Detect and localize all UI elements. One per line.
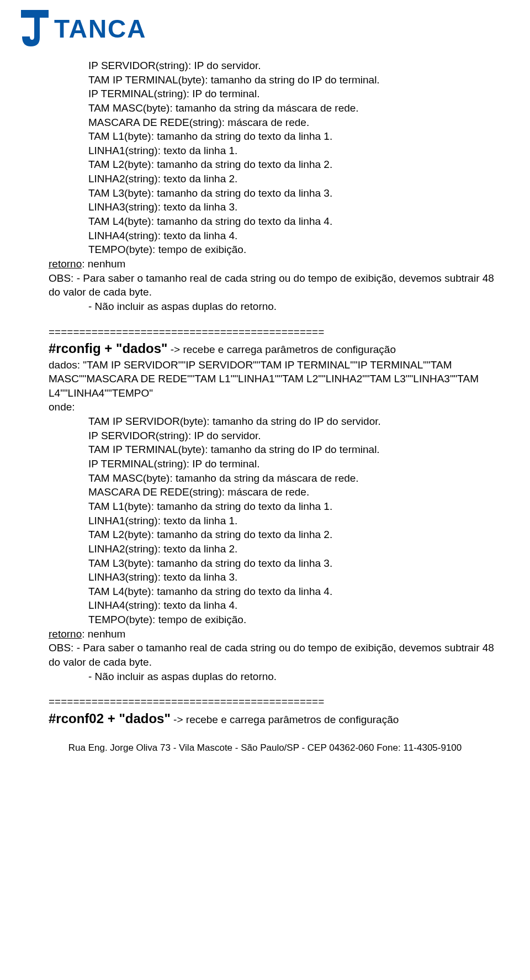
retorno-label: retorno bbox=[49, 628, 82, 640]
param-line: TAM MASC(byte): tamanho da string da más… bbox=[49, 101, 495, 115]
param-line: MASCARA DE REDE(string): máscara de rede… bbox=[49, 115, 495, 130]
param-line: LINHA2(string): texto da linha 2. bbox=[49, 172, 495, 186]
obs-line: OBS: - Para saber o tamanho real de cada… bbox=[49, 271, 495, 299]
command-line: #rconf02 + "dados" -> recebe e carrega p… bbox=[49, 710, 495, 728]
logo-text: TANCA bbox=[54, 12, 147, 46]
param-line: IP TERMINAL(string): IP do terminal. bbox=[49, 457, 495, 471]
param-line: TAM L3(byte): tamanho da string do texto… bbox=[49, 556, 495, 571]
param-line: TAM L1(byte): tamanho da string do texto… bbox=[49, 499, 495, 514]
param-line: TAM IP TERMINAL(byte): tamanho da string… bbox=[49, 73, 495, 87]
param-line: IP TERMINAL(string): IP do terminal. bbox=[49, 87, 495, 101]
param-line: TAM L1(byte): tamanho da string do texto… bbox=[49, 129, 495, 144]
param-line: TAM L3(byte): tamanho da string do texto… bbox=[49, 186, 495, 201]
param-line: LINHA3(string): texto da linha 3. bbox=[49, 200, 495, 214]
obs-line: OBS: - Para saber o tamanho real de cada… bbox=[49, 641, 495, 669]
command-desc: -> recebe e carrega parâmetros de config… bbox=[167, 344, 395, 355]
param-line: TAM MASC(byte): tamanho da string da más… bbox=[49, 471, 495, 486]
command-name: #rconf02 + "dados" bbox=[49, 711, 171, 726]
command-desc: -> recebe e carrega parâmetros de config… bbox=[171, 714, 399, 725]
obs-line: - Não incluir as aspas duplas do retorno… bbox=[49, 299, 495, 314]
onde-label: onde: bbox=[49, 400, 495, 414]
param-line: LINHA4(string): texto da linha 4. bbox=[49, 598, 495, 613]
param-line: TAM L4(byte): tamanho da string do texto… bbox=[49, 214, 495, 229]
param-line: TEMPO(byte): tempo de exibição. bbox=[49, 613, 495, 627]
separator: ========================================… bbox=[49, 694, 495, 709]
param-line: LINHA4(string): texto da linha 4. bbox=[49, 229, 495, 243]
separator: ========================================… bbox=[49, 325, 495, 339]
param-line: TAM L2(byte): tamanho da string do texto… bbox=[49, 528, 495, 542]
retorno-line: retorno: nenhum bbox=[49, 257, 495, 271]
command-name: #rconfig + "dados" bbox=[49, 341, 167, 356]
tanca-logo-icon bbox=[20, 9, 50, 49]
param-line: LINHA3(string): texto da linha 3. bbox=[49, 570, 495, 584]
param-line: TAM L4(byte): tamanho da string do texto… bbox=[49, 584, 495, 599]
param-line: LINHA1(string): texto da linha 1. bbox=[49, 514, 495, 528]
retorno-label: retorno bbox=[49, 258, 82, 270]
param-line: TEMPO(byte): tempo de exibição. bbox=[49, 243, 495, 257]
retorno-line: retorno: nenhum bbox=[49, 627, 495, 641]
param-line: TAM L2(byte): tamanho da string do texto… bbox=[49, 157, 495, 172]
command-line: #rconfig + "dados" -> recebe e carrega p… bbox=[49, 340, 495, 357]
param-line: LINHA1(string): texto da linha 1. bbox=[49, 144, 495, 158]
param-line: IP SERVIDOR(string): IP do servidor. bbox=[49, 59, 495, 73]
logo: TANCA bbox=[20, 0, 510, 59]
param-line: IP SERVIDOR(string): IP do servidor. bbox=[49, 429, 495, 443]
param-line: TAM IP SERVIDOR(byte): tamanho da string… bbox=[49, 414, 495, 429]
obs-line: - Não incluir as aspas duplas do retorno… bbox=[49, 670, 495, 684]
retorno-value: : nenhum bbox=[82, 628, 125, 640]
param-line: TAM IP TERMINAL(byte): tamanho da string… bbox=[49, 442, 495, 457]
param-line: LINHA2(string): texto da linha 2. bbox=[49, 542, 495, 556]
retorno-value: : nenhum bbox=[82, 258, 125, 270]
dados-line: dados: "TAM IP SERVIDOR""IP SERVIDOR""TA… bbox=[49, 358, 495, 401]
param-line: MASCARA DE REDE(string): máscara de rede… bbox=[49, 485, 495, 499]
page-footer: Rua Eng. Jorge Oliva 73 - Vila Mascote -… bbox=[20, 728, 510, 761]
